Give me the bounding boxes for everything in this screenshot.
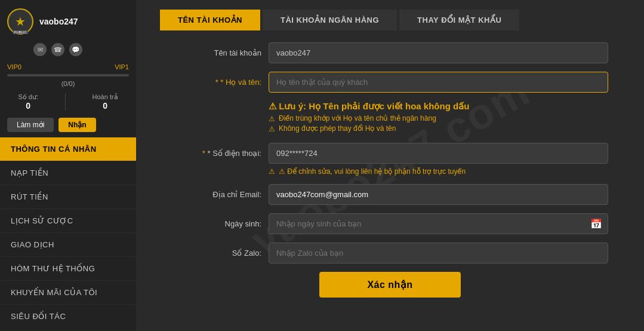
sidebar-item-rut-tien[interactable]: RÚT TIỀN: [0, 185, 136, 209]
birthday-row: Ngày sinh: 📅: [172, 213, 608, 234]
sidebar-item-sieu-doi-tac[interactable]: SIÊU ĐỐI TÁC: [0, 304, 136, 328]
chat-icon[interactable]: 💬: [69, 43, 82, 56]
vip-current: VIP0: [7, 63, 21, 71]
balance-row: Số dư: 0 Hoàn trả 0: [0, 91, 136, 113]
message-icon[interactable]: ✉: [33, 43, 47, 56]
tab-tai-khoan-ngan-hang[interactable]: TÀI KHOẢN NGÂN HÀNG: [263, 10, 397, 30]
submit-button[interactable]: Xác nhận: [319, 272, 460, 298]
birthday-input[interactable]: [269, 213, 608, 234]
zalo-row: Số Zalo:: [172, 243, 608, 263]
refresh-button[interactable]: Làm mới: [7, 118, 54, 132]
zalo-input[interactable]: [269, 243, 608, 263]
phone-label: * * Số điện thoại:: [172, 143, 261, 158]
sidebar-item-thong-tin[interactable]: THÔNG TIN CÁ NHÂN: [0, 137, 136, 161]
birthday-label: Ngày sinh:: [172, 213, 261, 228]
warning-icon-2: ⚠: [269, 125, 275, 133]
fullname-row: * * Họ và tên:: [172, 72, 608, 93]
warning-block: ⚠ Lưu ý: Họ Tên phải được viết hoa không…: [269, 101, 608, 134]
vip-bar: VIP0 VIP1: [0, 61, 136, 73]
cashback-item: Hoàn trả 0: [93, 93, 118, 111]
vip-next: VIP1: [115, 63, 129, 71]
vip-count: (0/0): [0, 79, 136, 91]
warning-item-1: ⚠ Điền trùng khớp với Họ và tên chủ thẻ …: [269, 114, 608, 123]
username-row: Tên tài khoản: [172, 42, 608, 63]
fullname-label: * * Họ và tên:: [172, 72, 261, 87]
sidebar: ★ PUBLIC vaobo247 ✉ ☎ 💬 VIP0 VIP1 (0/0) …: [0, 0, 136, 331]
birthday-wrap: 📅: [269, 213, 608, 234]
warning-row: ⚠ Lưu ý: Họ Tên phải được viết hoa không…: [172, 101, 608, 134]
cashback-value: 0: [93, 101, 118, 111]
sidebar-item-khuyen-mai[interactable]: KHUYẾN MÃI CỦA TÔI: [0, 280, 136, 304]
email-row: Địa chỉ Email:: [172, 184, 608, 205]
profile-form: Tên tài khoản * * Họ và tên: ⚠ Lưu ý: Họ…: [136, 30, 644, 315]
user-profile: ★ PUBLIC vaobo247: [0, 0, 136, 41]
balance-label: Số dư:: [18, 93, 38, 101]
sidebar-item-nap-tien[interactable]: NẠP TIỀN: [0, 161, 136, 185]
action-buttons: Làm mới Nhận: [0, 113, 136, 137]
username-display: vaobo247: [39, 17, 78, 26]
warning-item-2: ⚠ Không được phép thay đổi Họ và tên: [269, 124, 608, 133]
tab-thay-doi-mat-khau[interactable]: THAY ĐỔI MẬT KHẨU: [399, 10, 519, 30]
zalo-label: Số Zalo:: [172, 243, 261, 258]
warning-title: ⚠ Lưu ý: Họ Tên phải được viết hoa không…: [269, 101, 608, 112]
note-icon: ⚠: [269, 167, 275, 176]
submit-row: Xác nhận: [172, 272, 608, 298]
username-label: Tên tài khoản: [172, 42, 261, 57]
claim-button[interactable]: Nhận: [58, 118, 95, 132]
username-input: [269, 42, 608, 63]
phone-row: * * Số điện thoại: ⚠ ⚠ Để chỉnh sửa, vui…: [172, 143, 608, 176]
tab-bar: TÊN TÀI KHOẢN TÀI KHOẢN NGÂN HÀNG THAY Đ…: [136, 0, 644, 30]
email-label: Địa chỉ Email:: [172, 184, 261, 199]
fullname-input[interactable]: [269, 72, 608, 93]
phone-icon[interactable]: ☎: [51, 43, 64, 56]
cashback-label: Hoàn trả: [93, 93, 118, 101]
warning-icon-1: ⚠: [269, 115, 275, 123]
calendar-icon: 📅: [590, 218, 602, 229]
sidebar-menu: THÔNG TIN CÁ NHÂN NẠP TIỀN RÚT TIỀN LỊCH…: [0, 137, 136, 328]
sidebar-item-giao-dich[interactable]: GIAO DỊCH: [0, 232, 136, 256]
main-content: vaobo247.com TÊN TÀI KHOẢN TÀI KHOẢN NGÂ…: [136, 0, 644, 331]
email-input[interactable]: [269, 184, 608, 205]
avatar: ★ PUBLIC: [7, 8, 33, 35]
sidebar-action-icons: ✉ ☎ 💬: [0, 41, 136, 61]
avatar-label: PUBLIC: [13, 30, 28, 34]
sidebar-item-hom-thu[interactable]: HÒM THƯ HỆ THỐNG: [0, 256, 136, 280]
balance-value: 0: [18, 101, 38, 111]
tab-ten-tai-khoan[interactable]: TÊN TÀI KHOẢN: [160, 10, 260, 30]
balance-item: Số dư: 0: [18, 93, 38, 111]
sidebar-item-lich-su-cuoc[interactable]: LỊCH SỬ CƯỢC: [0, 209, 136, 232]
phone-input: [269, 143, 608, 164]
phone-note: ⚠ ⚠ Để chỉnh sửa, vui lòng liên hệ bộ ph…: [269, 167, 608, 176]
vip-progress-bar: [7, 74, 129, 76]
